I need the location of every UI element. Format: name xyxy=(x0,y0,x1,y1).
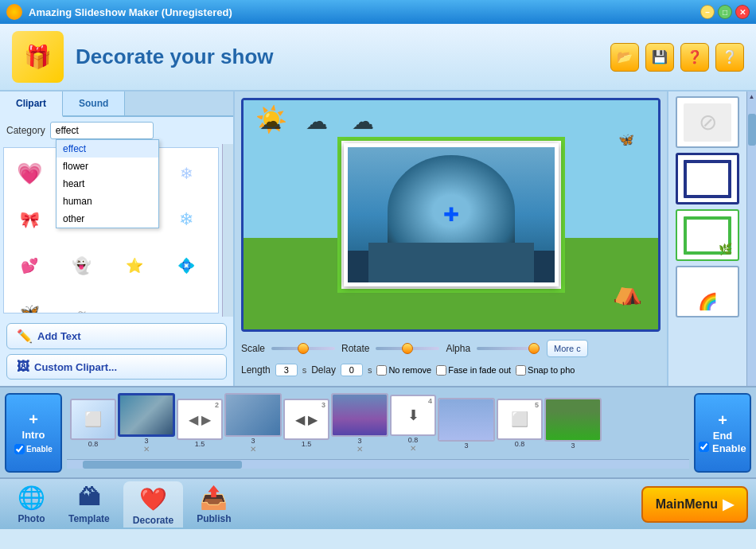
snap-check[interactable]: Snap to pho xyxy=(516,365,575,376)
intro-enable-checkbox[interactable] xyxy=(14,444,25,454)
dropdown-item-heart[interactable]: heart xyxy=(57,175,158,193)
timeline-frame[interactable] xyxy=(331,393,388,437)
delete-icon[interactable]: ✕ xyxy=(410,444,416,453)
clipart-item[interactable]: ～ xyxy=(60,290,104,313)
fade-check[interactable]: Fase in fade out xyxy=(436,365,511,376)
bird-decoration: 🦋 xyxy=(618,132,634,147)
tab-sound[interactable]: Sound xyxy=(63,92,125,115)
clipart-item[interactable]: 💠 xyxy=(164,243,208,288)
timeline-scroll[interactable]: ⬜ 0.8 3 ✕ ◀ ▶ xyxy=(67,387,689,477)
delete-icon[interactable]: ✕ xyxy=(357,445,363,454)
timeline-item[interactable]: ⬜ 5 0.8 xyxy=(497,399,543,448)
category-select-wrap: effect flower heart human other xyxy=(50,122,154,139)
nav-photo[interactable]: 🌐 Photo xyxy=(8,480,55,529)
alpha-slider[interactable] xyxy=(477,347,540,350)
delay-input[interactable] xyxy=(341,364,363,376)
clipart-scrollbar[interactable] xyxy=(222,144,233,317)
hscroll-thumb[interactable] xyxy=(83,461,242,469)
help-button[interactable]: ❓ xyxy=(680,43,709,72)
timeline-frame[interactable] xyxy=(438,398,495,442)
frame-rainbow[interactable]: 🌈 xyxy=(676,266,739,317)
frame-none[interactable]: ⊘ xyxy=(676,96,739,148)
clipart-item[interactable]: 🦋 xyxy=(7,290,52,313)
clipart-item[interactable]: 💗 xyxy=(7,151,52,196)
photo-icon: 🌐 xyxy=(18,485,45,511)
custom-clipart-button[interactable]: 🖼 Custom Clipart... xyxy=(6,354,227,380)
dropdown-item-other[interactable]: other xyxy=(57,210,158,228)
open-button[interactable]: 📂 xyxy=(610,43,639,72)
timeline-item[interactable]: 3 xyxy=(438,398,495,450)
delete-icon[interactable]: ✕ xyxy=(143,445,150,454)
app-icon xyxy=(6,4,22,20)
end-enable-checkbox[interactable] xyxy=(699,442,709,452)
timeline-item[interactable]: 3 ✕ xyxy=(224,393,282,454)
end-label: End xyxy=(713,430,733,442)
timeline-item[interactable]: ⬇ 4 0.8 ✕ xyxy=(390,395,436,453)
clipart-item[interactable]: ❄ xyxy=(164,197,208,242)
clipart-item[interactable]: 👻 xyxy=(60,243,104,288)
category-dropdown[interactable]: effect flower heart human other xyxy=(56,139,159,228)
intro-enable[interactable]: Enable xyxy=(14,444,53,454)
timeline-scrollbar[interactable] xyxy=(67,459,689,469)
minimize-button[interactable]: – xyxy=(700,5,715,19)
timeline-frame[interactable]: ⬜ xyxy=(70,399,116,440)
scale-slider[interactable] xyxy=(271,347,335,350)
dropdown-item-effect[interactable]: effect xyxy=(57,140,158,158)
add-text-button[interactable]: ✏️ Add Text xyxy=(6,323,227,349)
save-button[interactable]: 💾 xyxy=(645,43,674,72)
intro-button[interactable]: + Intro Enable xyxy=(5,393,62,473)
no-remove-check[interactable]: No remove xyxy=(376,365,431,376)
timeline-item[interactable]: 3 xyxy=(544,398,602,450)
nav-publish[interactable]: 📤 Publish xyxy=(187,480,240,529)
item-number: 3 xyxy=(321,401,325,409)
clipart-item[interactable] xyxy=(164,290,208,313)
end-button[interactable]: + End Enable xyxy=(694,393,751,473)
length-input[interactable] xyxy=(275,364,298,376)
maximize-button[interactable]: □ xyxy=(718,5,732,19)
scroll-thumb[interactable] xyxy=(748,114,756,146)
timeline-duration: 3 xyxy=(464,442,468,450)
timeline-frame[interactable] xyxy=(544,398,602,442)
timeline-item[interactable]: 3 ✕ xyxy=(331,393,388,454)
timeline-duration: 0.8 xyxy=(88,440,99,448)
category-select[interactable]: effect flower heart human other xyxy=(50,122,154,139)
clipart-item[interactable] xyxy=(112,290,157,313)
timeline-frame[interactable]: ⬇ 4 xyxy=(390,395,436,436)
timeline-item[interactable]: ◀ ▶ 3 1.5 xyxy=(283,399,329,448)
dropdown-item-flower[interactable]: flower xyxy=(57,158,158,175)
main-menu-button[interactable]: MainMenu ▶ xyxy=(641,486,748,523)
end-enable[interactable]: Enable xyxy=(699,442,746,454)
timeline-item[interactable]: ◀ ▶ 2 1.5 xyxy=(177,399,223,448)
clipart-item[interactable]: ❄ xyxy=(164,151,208,196)
delete-icon[interactable]: ✕ xyxy=(250,445,256,454)
snap-checkbox[interactable] xyxy=(516,365,526,376)
main-content: Clipart Sound Category effect flower hea… xyxy=(0,92,756,386)
frame-green[interactable]: 🌿 xyxy=(676,209,739,261)
more-button[interactable]: More c xyxy=(547,340,588,357)
dropdown-item-human[interactable]: human xyxy=(57,193,158,210)
clipart-item[interactable]: 💕 xyxy=(7,243,52,288)
clouds-decoration: ☁☁☁ xyxy=(244,108,658,134)
nav-decorate[interactable]: ❤️ Decorate xyxy=(123,481,183,528)
right-scrollbar[interactable]: ▲ xyxy=(746,92,756,386)
close-button[interactable]: ✕ xyxy=(735,5,750,19)
clipart-item[interactable]: 🎀 xyxy=(7,197,52,242)
scroll-up-arrow[interactable]: ▲ xyxy=(747,92,756,102)
frame-dark[interactable] xyxy=(676,153,739,204)
timeline-frame[interactable] xyxy=(224,393,282,437)
timeline-item[interactable]: ⬜ 0.8 xyxy=(70,399,116,448)
clipart-item[interactable]: ⭐ xyxy=(112,243,157,288)
timeline-frame[interactable]: ◀ ▶ 2 xyxy=(177,399,223,440)
title-bar: Amazing Slideshow Maker (Unregistered) –… xyxy=(0,0,756,24)
fade-checkbox[interactable] xyxy=(436,365,446,376)
timeline-item[interactable]: 3 ✕ xyxy=(118,393,175,454)
timeline-frame[interactable] xyxy=(118,393,175,437)
rotate-slider[interactable] xyxy=(376,347,439,350)
timeline-frame[interactable]: ⬜ 5 xyxy=(497,399,543,440)
nav-template[interactable]: 🏔 Template xyxy=(59,480,119,529)
timeline-frame[interactable]: ◀ ▶ 3 xyxy=(283,399,329,440)
tab-clipart[interactable]: Clipart xyxy=(0,92,63,117)
about-button[interactable]: ❔ xyxy=(715,43,744,72)
no-remove-checkbox[interactable] xyxy=(376,365,387,376)
tent-decoration: ⛺ xyxy=(613,278,642,306)
